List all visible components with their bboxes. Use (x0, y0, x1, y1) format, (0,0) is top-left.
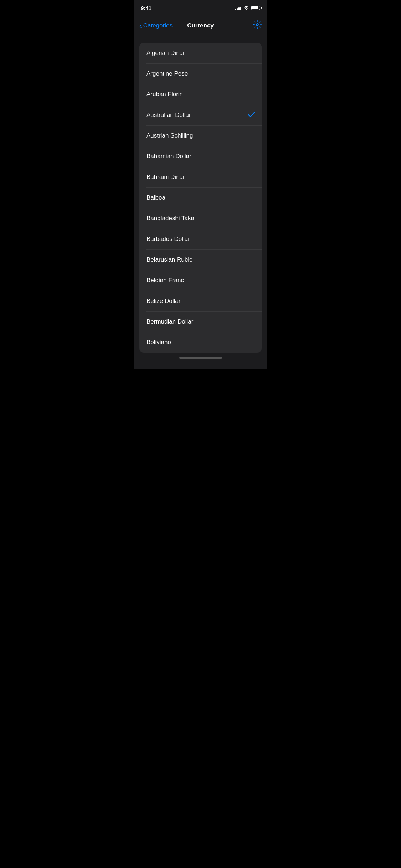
page-title: Currency (187, 22, 214, 29)
list-item[interactable]: Barbados Dollar (139, 229, 262, 249)
scroll-indicator (179, 357, 222, 359)
list-item[interactable]: Austrian Schilling (139, 125, 262, 146)
currency-label-bahraini-dinar: Bahraini Dinar (146, 174, 185, 181)
back-button[interactable]: ‹ Categories (139, 22, 173, 29)
list-item[interactable]: Australian Dollar (139, 105, 262, 125)
currency-label-belgian-franc: Belgian Franc (146, 277, 184, 284)
status-icons (235, 5, 260, 11)
content-area: Algerian DinarArgentine PesoAruban Flori… (134, 36, 267, 369)
currency-list: Algerian DinarArgentine PesoAruban Flori… (139, 43, 262, 353)
currency-label-bahamian-dollar: Bahamian Dollar (146, 153, 191, 160)
currency-label-bangladeshi-taka: Bangladeshi Taka (146, 215, 194, 222)
currency-label-boliviano: Boliviano (146, 339, 171, 346)
list-item[interactable]: Bermudian Dollar (139, 311, 262, 332)
nav-bar: ‹ Categories Currency (134, 16, 267, 36)
signal-icon (235, 6, 241, 10)
svg-point-0 (256, 24, 258, 26)
wifi-icon (243, 5, 249, 11)
settings-gear-icon[interactable] (253, 20, 262, 31)
status-bar: 9:41 (134, 0, 267, 16)
currency-label-barbados-dollar: Barbados Dollar (146, 236, 190, 243)
currency-label-austrian-schilling: Austrian Schilling (146, 132, 193, 139)
list-item[interactable]: Bahamian Dollar (139, 146, 262, 167)
list-item[interactable]: Balboa (139, 187, 262, 208)
list-item[interactable]: Argentine Peso (139, 63, 262, 84)
list-item[interactable]: Bahraini Dinar (139, 167, 262, 187)
currency-label-algerian-dinar: Algerian Dinar (146, 50, 185, 57)
currency-label-argentine-peso: Argentine Peso (146, 70, 188, 77)
list-item[interactable]: Aruban Florin (139, 84, 262, 105)
list-item[interactable]: Belize Dollar (139, 291, 262, 311)
currency-label-balboa: Balboa (146, 194, 165, 201)
back-label: Categories (143, 22, 173, 29)
list-item[interactable]: Bangladeshi Taka (139, 208, 262, 229)
back-chevron-icon: ‹ (139, 22, 142, 29)
currency-label-belarusian-ruble: Belarusian Ruble (146, 256, 192, 263)
list-item[interactable]: Boliviano (139, 332, 262, 353)
battery-icon (251, 6, 260, 10)
list-item[interactable]: Algerian Dinar (139, 43, 262, 63)
list-item[interactable]: Belgian Franc (139, 270, 262, 291)
status-time: 9:41 (141, 5, 151, 11)
currency-label-aruban-florin: Aruban Florin (146, 91, 183, 98)
checkmark-icon (248, 112, 255, 119)
currency-label-australian-dollar: Australian Dollar (146, 112, 191, 119)
currency-label-belize-dollar: Belize Dollar (146, 298, 180, 305)
currency-label-bermudian-dollar: Bermudian Dollar (146, 318, 193, 325)
list-item[interactable]: Belarusian Ruble (139, 249, 262, 270)
